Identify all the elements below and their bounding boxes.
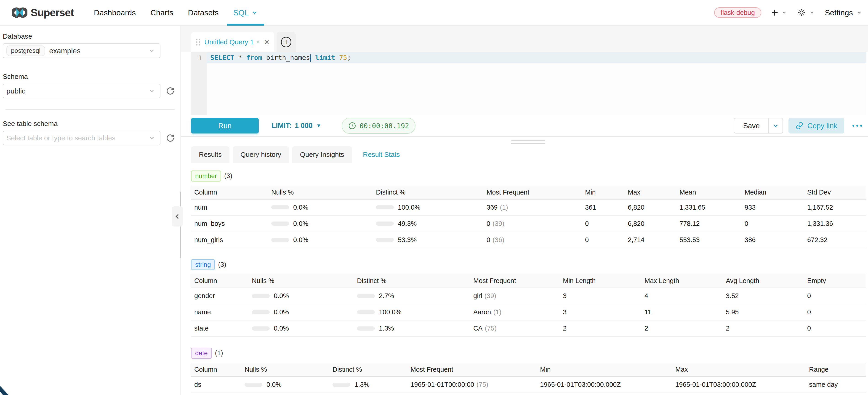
nav-item-charts[interactable]: Charts [143,0,181,25]
column-header: Distinct % [373,186,484,199]
stat-cell: 100.0% [354,304,470,320]
stat-cell: girl(39) [470,288,560,304]
stat-cell: 2 [560,320,641,336]
column-header: Nulls % [268,186,373,199]
nav-item-datasets[interactable]: Datasets [181,0,226,25]
type-count: (3) [224,172,232,180]
save-button[interactable]: Save [734,118,768,133]
stat-row: num0.0%100.0%369(1)3616,8201,331.659331,… [191,199,866,216]
cell-value: 2 [645,325,648,332]
database-select-value: examples [49,47,81,55]
cell-count-muted: (75) [485,325,497,332]
stat-cell: 0 [804,288,866,304]
cell-value: 4 [645,292,648,299]
sql-token: birth_names [262,54,310,61]
line-number: 1 [191,52,207,62]
result-stats-panel: number(3)ColumnNulls %Distinct %Most Fre… [191,171,866,393]
navbar-right: flask-debug + Settings [714,7,862,19]
settings-menu[interactable]: Settings [825,8,862,17]
percent-bar [333,383,350,387]
more-options-button[interactable] [850,123,864,129]
cell-value: same day [809,381,838,388]
section-head: number(3) [191,171,866,182]
results-tabs: Results Query history Query Insights Res… [191,146,868,163]
chevron-down-icon [781,10,787,15]
stat-cell: 3 [560,304,641,320]
cell-value: 1965-01-01T03:00:00.000Z [540,381,621,388]
stat-cell: 11 [641,304,723,320]
table-select[interactable]: Select table or type to search tables [3,131,160,145]
column-header: Most Frequent [407,363,537,376]
tab-result-stats[interactable]: Result Stats [355,146,408,163]
close-tab-icon[interactable]: × [264,38,269,47]
cell-value: 0 [585,236,589,243]
cell-value: 369 [487,204,498,211]
stat-cell: gender [191,288,249,304]
section-head: date(1) [191,348,866,359]
cell-value: 386 [745,236,755,243]
plus-icon: + [771,7,778,19]
run-button[interactable]: Run [191,118,259,133]
stat-section-number: number(3)ColumnNulls %Distinct %Most Fre… [191,171,866,248]
type-tag-string: string [191,259,215,270]
cell-value: 1965-01-01T03:00:00.000Z [675,381,756,388]
add-new-button[interactable]: + [771,7,787,19]
limit-dropdown[interactable]: LIMIT: 1 000 ▼ [272,122,321,130]
tab-query-history[interactable]: Query history [232,146,289,163]
cell-value: 1,331.36 [807,220,833,227]
new-tab-button[interactable]: + [281,37,291,47]
tab-results[interactable]: Results [191,146,229,163]
cell-value: 553.53 [679,236,700,243]
sql-token: 75 [339,54,347,61]
sql-editor[interactable]: 1 SELECT * from birth_names limit 75; [191,52,866,115]
cell-count-muted: (39) [493,220,504,227]
sql-token: limit [315,54,335,61]
refresh-schema-button[interactable] [165,86,175,96]
stat-cell: 0.0% [268,199,373,216]
database-label: Database [3,32,175,40]
percent-value: 100.0% [398,204,420,211]
nav-item-dashboards[interactable]: Dashboards [87,0,143,25]
cell-value: Aaron [473,308,491,316]
save-dropdown-button[interactable] [768,118,782,133]
refresh-tables-button[interactable] [165,133,175,143]
sql-code-line[interactable]: SELECT * from birth_names limit 75; [207,52,866,63]
cell-value: 2,714 [628,236,645,243]
cell-value: girl [473,292,482,299]
stat-cell: 4 [641,288,723,304]
chevron-down-icon [856,9,862,16]
column-header: Mean [676,186,741,199]
column-header: Min [537,363,672,376]
column-header: Distinct % [354,274,470,288]
database-select[interactable]: postgresql examples [3,43,160,58]
schema-select-value: public [6,87,26,95]
cell-count-muted: (1) [500,204,508,211]
code-area[interactable]: SELECT * from birth_names limit 75; [207,52,866,115]
cell-value: 0 [807,308,811,316]
brand[interactable]: Superset [12,6,74,19]
collapse-sidebar-button[interactable] [172,206,183,226]
drag-handle-icon[interactable] [196,39,200,45]
sql-token: * [234,54,246,61]
sql-token [335,54,339,61]
copy-link-button[interactable]: Copy link [788,118,844,133]
theme-toggle[interactable] [797,8,815,17]
stat-row: num_girls0.0%53.3%0(36)02,714553.5338667… [191,232,866,248]
column-header: Most Frequent [484,186,582,199]
percent-bar [271,205,289,209]
nav-item-sql[interactable]: SQL [226,0,265,25]
query-tab[interactable]: Untitled Query 1 × [191,32,274,52]
primary-nav: Dashboards Charts Datasets SQL [87,0,265,25]
tab-query-insights[interactable]: Query Insights [292,146,352,163]
query-tabstrip: Untitled Query 1 × + [181,26,868,52]
resize-handle[interactable] [511,140,545,145]
type-count: (1) [215,349,223,357]
cell-value: 361 [585,204,596,211]
stat-cell: num [191,199,268,216]
column-header: Median [741,186,804,199]
column-header: Nulls % [241,363,329,376]
percent-value: 53.3% [398,236,416,244]
chevron-down-icon [252,9,257,16]
schema-select[interactable]: public [3,84,160,98]
stat-cell: 1,331.36 [804,216,866,232]
